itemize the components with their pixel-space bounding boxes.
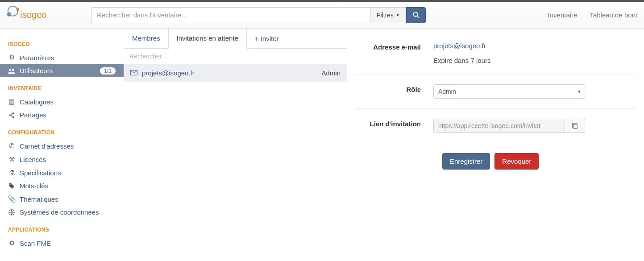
invitation-link-input[interactable] xyxy=(433,119,565,133)
tab-label: Inviter xyxy=(261,35,279,42)
sidebar-item-label: Mots-clés xyxy=(20,182,48,190)
svg-text:isogeo: isogeo xyxy=(20,9,46,19)
tab-invite[interactable]: + Inviter xyxy=(247,29,287,48)
paperclip-icon: 📎 xyxy=(8,195,15,203)
list-item[interactable]: projets@isogeo.fr Admin xyxy=(124,64,347,82)
link-label: Lien d'invitation xyxy=(355,119,433,128)
sidebar-item-label: Licences xyxy=(20,156,46,163)
sidebar-item-partages[interactable]: Partages xyxy=(0,108,124,121)
section-applications: APPLICATIONS xyxy=(0,223,124,236)
svg-point-9 xyxy=(9,114,11,116)
book-icon: ▤ xyxy=(8,98,15,106)
plus-icon: + xyxy=(255,35,259,42)
gear-icon: ⚙ xyxy=(8,54,15,62)
save-button[interactable]: Enregistrer xyxy=(442,153,490,170)
list-item-role: Admin xyxy=(321,69,341,77)
section-inventaire: INVENTAIRE xyxy=(0,82,124,95)
svg-point-1 xyxy=(7,12,11,16)
svg-point-10 xyxy=(12,116,14,118)
nav-dashboard[interactable]: Tableau de bord xyxy=(590,11,638,19)
section-configuration: CONFIGURATION xyxy=(0,126,124,139)
email-value: projets@isogeo.fr xyxy=(433,42,636,50)
list-item-email: projets@isogeo.fr xyxy=(142,69,195,77)
search-input[interactable] xyxy=(91,7,370,23)
email-label: Adresse e-mail xyxy=(355,42,433,51)
nav-inventory[interactable]: Inventaire xyxy=(548,11,578,19)
sidebar-item-label: Paramètres xyxy=(20,54,54,62)
svg-point-7 xyxy=(12,69,14,71)
section-isogeo: ISOGEO xyxy=(0,37,124,51)
sidebar-item-label: Systèmes de coordonnées xyxy=(20,208,99,216)
sidebar-item-licences[interactable]: ⚒ Licences xyxy=(0,153,124,166)
role-select[interactable]: Admin xyxy=(433,84,585,99)
sidebar-item-specifications[interactable]: ⚗ Spécifications xyxy=(0,166,124,179)
filters-button[interactable]: Filtres ▼ xyxy=(370,7,406,23)
svg-line-5 xyxy=(417,16,419,18)
flask-icon: ⚗ xyxy=(8,169,15,177)
header: isogeo Filtres ▼ Inventaire Tableau de b… xyxy=(0,0,644,29)
svg-point-11 xyxy=(9,184,10,185)
users-icon xyxy=(8,68,15,74)
sidebar-item-label: Utilisateurs xyxy=(20,67,53,75)
copy-button[interactable] xyxy=(565,119,585,133)
sidebar-item-catalogues[interactable]: ▤ Catalogues xyxy=(0,95,124,108)
sidebar-item-scanfme[interactable]: ⚙ Scan FME xyxy=(0,236,124,250)
envelope-icon xyxy=(130,70,137,77)
sidebar-item-label: Thématiques xyxy=(20,195,58,203)
svg-point-8 xyxy=(12,112,14,114)
role-label: Rôle xyxy=(355,84,433,93)
search-button[interactable] xyxy=(406,7,426,23)
svg-point-6 xyxy=(9,69,11,71)
search-icon xyxy=(413,12,420,18)
tab-pending[interactable]: Invitations en attente xyxy=(169,29,247,49)
middle-panel: Membres Invitations en attente + Inviter… xyxy=(124,29,347,259)
tab-members[interactable]: Membres xyxy=(124,29,169,48)
nav-right: Inventaire Tableau de bord xyxy=(548,11,638,19)
logo[interactable]: isogeo xyxy=(6,5,55,25)
revoke-button[interactable]: Révoquer xyxy=(494,153,539,170)
chevron-down-icon: ▼ xyxy=(395,12,400,17)
sidebar-item-carnet[interactable]: ✆ Carnet d'adresses xyxy=(0,139,124,153)
sidebar-item-motscles[interactable]: Mots-clés xyxy=(0,179,124,192)
expiry-text: Expire dans 7 jours xyxy=(433,57,636,64)
tabs: Membres Invitations en attente + Inviter xyxy=(124,29,347,49)
gear-icon: ⚙ xyxy=(8,239,15,247)
tags-icon xyxy=(8,183,15,189)
copy-icon xyxy=(572,123,578,129)
detail-panel: Adresse e-mail projets@isogeo.fr Expire … xyxy=(347,29,644,259)
globe-icon xyxy=(8,209,15,215)
sidebar-item-thematiques[interactable]: 📎 Thématiques xyxy=(0,192,124,206)
sidebar-item-coordonnees[interactable]: Systèmes de coordonnées xyxy=(0,206,124,219)
badge: 1/1 xyxy=(100,67,116,75)
sidebar-item-label: Catalogues xyxy=(20,98,54,106)
search-group: Filtres ▼ xyxy=(91,7,426,23)
sidebar-item-label: Spécifications xyxy=(20,169,61,177)
sidebar: ISOGEO ⚙ Paramètres Utilisateurs 1/1 INV… xyxy=(0,29,124,259)
phone-icon: ✆ xyxy=(8,142,15,150)
filters-label: Filtres xyxy=(377,12,394,19)
sidebar-item-label: Partages xyxy=(20,111,46,119)
gavel-icon: ⚒ xyxy=(8,155,15,163)
sidebar-item-utilisateurs[interactable]: Utilisateurs 1/1 xyxy=(0,64,124,77)
svg-point-2 xyxy=(16,8,19,10)
sidebar-item-label: Carnet d'adresses xyxy=(20,142,74,150)
sidebar-item-label: Scan FME xyxy=(20,240,51,247)
list-search-input[interactable] xyxy=(124,49,347,64)
svg-point-4 xyxy=(413,12,417,16)
share-icon xyxy=(8,112,15,118)
svg-rect-14 xyxy=(573,124,578,129)
sidebar-item-parametres[interactable]: ⚙ Paramètres xyxy=(0,51,124,64)
